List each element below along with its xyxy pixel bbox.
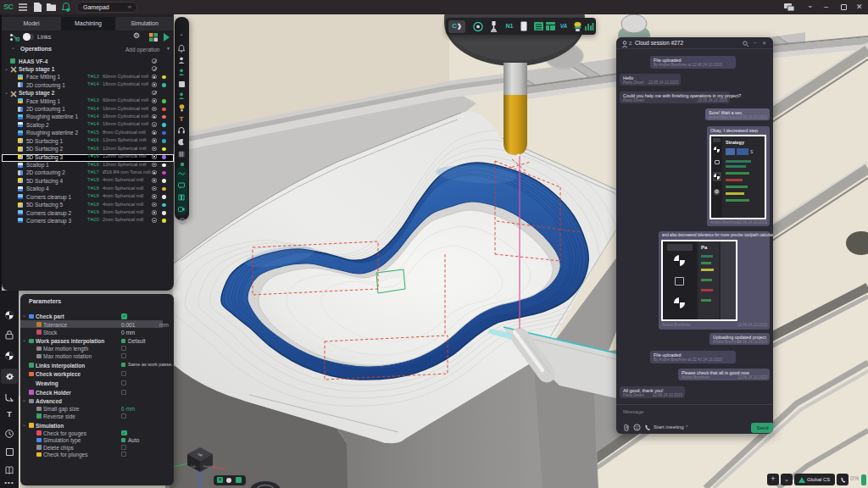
svg-text:Top: Top: [198, 453, 203, 457]
svg-text:Left: Left: [191, 465, 195, 469]
svg-text:Front: Front: [203, 465, 210, 469]
